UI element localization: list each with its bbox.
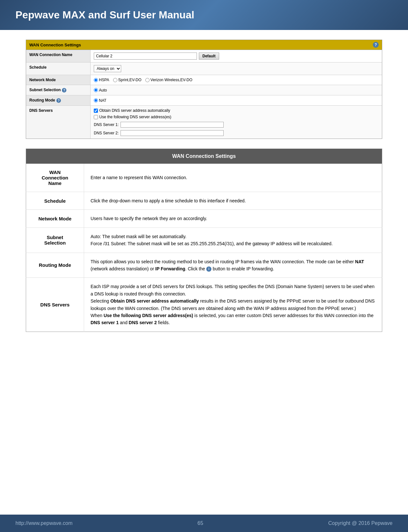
footer-page: 65 bbox=[198, 520, 203, 526]
subnet-auto-label: Auto bbox=[99, 88, 107, 92]
ref-desc-dns-p2: Selecting Obtain DNS server address auto… bbox=[91, 297, 375, 312]
ref-row-subnet: SubnetSelection Auto: The subnet mask wi… bbox=[26, 227, 382, 253]
ref-desc-subnet-force: Force /31 Subnet: The subnet mask will b… bbox=[91, 240, 375, 247]
routing-help-icon[interactable]: ? bbox=[56, 98, 61, 103]
network-mode-sprint-radio[interactable] bbox=[113, 78, 117, 82]
wan-form-table: WAN Connection Settings ? WAN Connection… bbox=[26, 40, 382, 139]
form-row-subnet: Subnet Selection ? Auto bbox=[26, 85, 382, 95]
ref-row-routing: Routing Mode This option allows you to s… bbox=[26, 253, 382, 278]
main-content: WAN Connection Settings ? WAN Connection… bbox=[0, 40, 408, 332]
dns1-input[interactable] bbox=[121, 122, 224, 128]
ref-desc-subnet-auto: Auto: The subnet mask will be set automa… bbox=[91, 233, 375, 240]
routing-nat-radio[interactable] bbox=[94, 98, 98, 102]
form-row-network-mode: Network Mode HSPA Sprint,EV-DO Verizon W… bbox=[26, 75, 382, 85]
ref-desc-network-mode: Users have to specify the network they a… bbox=[84, 210, 382, 227]
routing-ipf-bold: IP Forwarding bbox=[155, 266, 185, 271]
ref-table-header: WAN Connection Settings bbox=[26, 149, 382, 164]
form-label-subnet: Subnet Selection ? bbox=[26, 85, 91, 95]
dns1-row: DNS Server 1: bbox=[94, 122, 224, 128]
dns-auto-checkbox[interactable] bbox=[94, 109, 98, 113]
footer-copyright: Copyright @ 2016 Pepwave bbox=[328, 520, 393, 526]
ref-label-dns: DNS Servers bbox=[26, 278, 84, 332]
default-button[interactable]: Default bbox=[199, 53, 219, 60]
page-title: Pepwave MAX and Surf User Manual bbox=[15, 9, 393, 21]
use-following-bold: Use the following DNS server address(es) bbox=[103, 313, 193, 318]
ref-row-wan-name: WANConnectionName Enter a name to repres… bbox=[26, 164, 382, 192]
network-mode-verizon: Verizon Wireless,EV-DO bbox=[145, 78, 192, 82]
schedule-label: Schedule bbox=[29, 65, 46, 70]
routing-nat-bold: NAT bbox=[355, 259, 364, 264]
page-header: Pepwave MAX and Surf User Manual bbox=[0, 0, 408, 30]
dns-server2-bold: DNS server 2 bbox=[129, 320, 157, 325]
dns-manual-label: Use the following DNS server address(es) bbox=[99, 115, 171, 119]
dns2-row: DNS Server 2: bbox=[94, 130, 224, 136]
dns-manual-checkbox[interactable] bbox=[94, 115, 98, 119]
form-label-schedule: Schedule bbox=[26, 63, 91, 75]
dns-auto-checkbox-row: Obtain DNS server address automatically bbox=[94, 108, 170, 113]
ref-row-schedule: Schedule Click the drop-down menu to app… bbox=[26, 192, 382, 210]
form-value-network-mode: HSPA Sprint,EV-DO Verizon Wireless,EV-DO bbox=[91, 75, 382, 85]
dns-server1-bold: DNS server 1 bbox=[91, 320, 119, 325]
ref-label-wan-name: WANConnectionName bbox=[26, 164, 84, 192]
footer-url: http://www.pepwave.com bbox=[15, 520, 73, 526]
network-mode-sprint-label: Sprint,EV-DO bbox=[118, 78, 141, 82]
dns-auto-label: Obtain DNS server address automatically bbox=[99, 108, 170, 113]
form-value-routing: NAT bbox=[91, 95, 382, 105]
form-row-wan-name: WAN Connection Name Default bbox=[26, 50, 382, 63]
ref-label-network-mode: Network Mode bbox=[26, 210, 84, 227]
network-mode-sprint: Sprint,EV-DO bbox=[113, 78, 141, 82]
ref-desc-schedule: Click the drop-down menu to apply a time… bbox=[84, 192, 382, 210]
ref-desc-dns-p1: Each ISP may provide a set of DNS server… bbox=[91, 283, 375, 297]
ref-label-subnet: SubnetSelection bbox=[26, 227, 84, 253]
dns2-label: DNS Server 2: bbox=[94, 131, 119, 135]
reference-table: WAN Connection Settings WANConnectionNam… bbox=[26, 149, 382, 332]
subnet-auto-radio[interactable] bbox=[94, 88, 98, 92]
form-table-title: WAN Connection Settings bbox=[29, 43, 81, 47]
form-value-schedule: Always on bbox=[91, 63, 382, 75]
network-mode-verizon-radio[interactable] bbox=[145, 78, 150, 82]
routing-label: Routing Mode bbox=[29, 98, 55, 102]
dns-manual-checkbox-row: Use the following DNS server address(es) bbox=[94, 115, 171, 119]
dns1-label: DNS Server 1: bbox=[94, 122, 119, 127]
form-row-schedule: Schedule Always on bbox=[26, 63, 382, 75]
form-label-dns: DNS Servers bbox=[26, 106, 91, 139]
form-label-wan-name: WAN Connection Name bbox=[26, 50, 91, 62]
dns2-input[interactable] bbox=[121, 130, 224, 136]
routing-nat-label: NAT bbox=[99, 98, 106, 103]
subnet-help-icon[interactable]: ? bbox=[62, 88, 66, 92]
form-row-dns: DNS Servers Obtain DNS server address au… bbox=[26, 106, 382, 139]
subnet-label: Subnet Selection bbox=[29, 88, 61, 92]
form-value-dns: Obtain DNS server address automatically … bbox=[91, 106, 382, 139]
form-label-routing: Routing Mode ? bbox=[26, 95, 91, 105]
network-mode-hspa: HSPA bbox=[94, 78, 109, 82]
info-circle-icon[interactable]: i bbox=[206, 266, 211, 272]
schedule-select[interactable]: Always on bbox=[94, 65, 121, 72]
ref-label-routing: Routing Mode bbox=[26, 253, 84, 278]
subnet-auto: Auto bbox=[94, 88, 107, 92]
wan-name-label: WAN Connection Name bbox=[29, 53, 72, 57]
dns-label: DNS Servers bbox=[29, 108, 53, 113]
help-icon[interactable]: ? bbox=[373, 42, 379, 48]
form-row-routing: Routing Mode ? NAT bbox=[26, 95, 382, 106]
form-value-subnet: Auto bbox=[91, 85, 382, 95]
ref-desc-dns: Each ISP may provide a set of DNS server… bbox=[84, 278, 382, 332]
ref-row-dns: DNS Servers Each ISP may provide a set o… bbox=[26, 278, 382, 332]
ref-desc-subnet: Auto: The subnet mask will be set automa… bbox=[84, 227, 382, 253]
form-table-header: WAN Connection Settings ? bbox=[26, 40, 382, 50]
form-label-network-mode: Network Mode bbox=[26, 75, 91, 85]
obtain-auto-bold: Obtain DNS server address automatically bbox=[110, 298, 199, 304]
ref-desc-dns-p3: When Use the following DNS server addres… bbox=[91, 312, 375, 326]
ref-label-schedule: Schedule bbox=[26, 192, 84, 210]
network-mode-label: Network Mode bbox=[29, 78, 56, 82]
wan-name-input[interactable] bbox=[94, 53, 197, 60]
routing-nat: NAT bbox=[94, 98, 106, 103]
ref-desc-routing: This option allows you to select the rou… bbox=[84, 253, 382, 278]
form-value-wan-name: Default bbox=[91, 50, 382, 62]
ref-desc-wan-name: Enter a name to represent this WAN conne… bbox=[84, 164, 382, 192]
ref-row-network-mode: Network Mode Users have to specify the n… bbox=[26, 210, 382, 227]
network-mode-hspa-label: HSPA bbox=[99, 78, 109, 82]
network-mode-verizon-label: Verizon Wireless,EV-DO bbox=[151, 78, 192, 82]
page-footer: http://www.pepwave.com 65 Copyright @ 20… bbox=[0, 515, 408, 532]
network-mode-hspa-radio[interactable] bbox=[94, 78, 98, 82]
